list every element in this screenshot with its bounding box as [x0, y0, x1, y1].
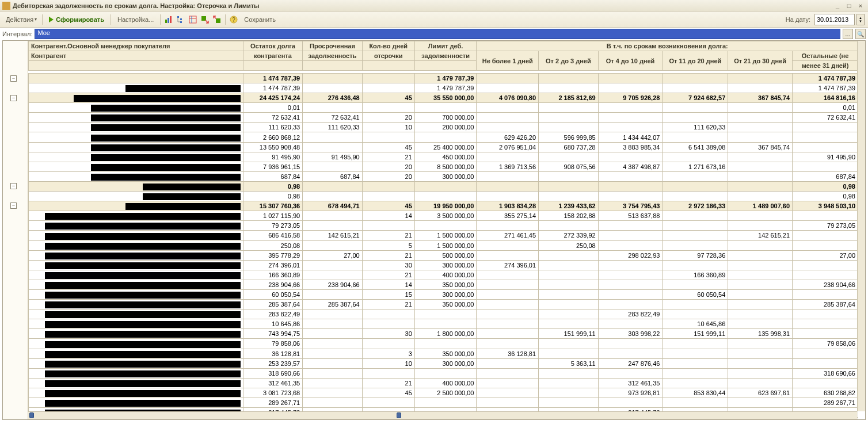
table-row[interactable]: 687,84687,8420300 000,00687,84 [29, 171, 858, 181]
table-row[interactable]: 60 050,5415300 000,0060 050,54 [29, 289, 858, 299]
table-group-row[interactable]: 1 474 787,391 479 787,391 474 787,39 [29, 74, 858, 83]
table-row[interactable]: 36 128,813350 000,0036 128,81 [29, 349, 858, 358]
maximize-button[interactable]: □ [844, 2, 854, 10]
table-group-row[interactable]: 0,980,98 [29, 181, 858, 191]
col-limit-2: задолженности [414, 51, 477, 61]
table-row[interactable]: 3 081 723,68452 500 000,00973 926,81853 … [29, 388, 858, 398]
table-row[interactable]: 166 360,8921400 000,00166 360,89 [29, 270, 858, 280]
col-blank [29, 61, 243, 71]
table-row[interactable]: 395 778,2927,0021500 000,00298 022,9397 … [29, 250, 858, 260]
table-row[interactable]: 1 027 115,90143 500 000,00355 275,14158 … [29, 211, 858, 221]
collapse-icon[interactable]: − [10, 202, 17, 209]
col-blank [362, 61, 414, 71]
svg-rect-10 [216, 18, 220, 23]
interval-label: Интервал: [2, 30, 32, 37]
table-group-row[interactable]: 15 307 760,36678 494,714519 950 000,001 … [29, 201, 858, 211]
table-row[interactable]: 79 273,0579 273,05 [29, 221, 858, 231]
svg-text:?: ? [233, 17, 236, 23]
table-row[interactable]: 72 632,4172 632,4120700 000,0072 632,41 [29, 113, 858, 123]
titlebar: Дебиторская задолженность по срокам долг… [0, 0, 868, 12]
table-row[interactable]: 274 396,0130300 000,00274 396,01 [29, 260, 858, 270]
col-age-4: От 11 до 20 дней [663, 51, 728, 71]
window-title: Дебиторская задолженность по срокам долг… [13, 2, 832, 9]
actions-menu[interactable]: Действия [3, 15, 39, 24]
window-icon [2, 2, 10, 10]
col-age-1: Не более 1 дней [477, 51, 539, 71]
scrollbar-horizontal[interactable] [28, 411, 857, 419]
table-row[interactable]: 79 858,0679 858,06 [29, 339, 858, 349]
table-row[interactable]: 2 660 868,12629 426,20596 999,851 434 44… [29, 132, 858, 142]
date-spinner[interactable]: ▲▼ [856, 14, 865, 25]
interval-input[interactable]: Мое [35, 29, 840, 39]
tree-icon[interactable] [176, 14, 186, 25]
report-area: −−−− Контрагент.Основной менеджер покупа… [2, 40, 866, 420]
table-row[interactable]: 253 239,5710300 000,005 363,11247 876,46 [29, 358, 858, 368]
interval-select-button[interactable]: … [843, 29, 853, 39]
col-balance-1: Остаток долга [243, 41, 303, 51]
col-balance-2: контрагента [243, 51, 303, 61]
interval-search-button[interactable]: 🔍 [855, 29, 866, 39]
col-age-3: От 4 до 10 дней [598, 51, 663, 71]
col-limit-1: Лимит деб. [414, 41, 477, 51]
table-row[interactable]: 743 994,75301 800 000,00151 999,11303 99… [29, 329, 858, 339]
table-row[interactable]: 111 620,33111 620,3310200 000,00111 620,… [29, 123, 858, 132]
save-button[interactable]: Сохранить [241, 15, 279, 24]
col-age-5: От 21 до 30 дней [728, 51, 793, 71]
window-buttons: _ □ × [832, 2, 866, 10]
table-group-row[interactable]: 24 425 174,24276 436,484535 550 000,004 … [29, 93, 858, 103]
col-age-6a: Остальные (не [793, 51, 858, 61]
svg-rect-9 [201, 16, 206, 21]
table-row[interactable]: 7 936 961,15208 500 000,001 369 713,5690… [29, 162, 858, 171]
table-row[interactable]: 238 904,66238 904,6614350 000,00238 904,… [29, 280, 858, 289]
col-days-1: Кол-во дней [362, 41, 414, 51]
chart-icon[interactable] [163, 14, 174, 25]
table-row[interactable]: 312 461,3521400 000,00312 461,35 [29, 378, 858, 388]
svg-rect-4 [180, 18, 182, 20]
scrollbar-vertical[interactable] [857, 41, 865, 411]
table-row[interactable]: 686 416,58142 615,21211 500 000,00271 46… [29, 231, 858, 240]
report-table: Контрагент.Основной менеджер покупателя … [28, 41, 858, 419]
import-icon[interactable] [212, 14, 222, 25]
col-days-2: отсрочки [362, 51, 414, 61]
table-row[interactable]: 318 690,66318 690,66 [29, 368, 858, 378]
table-row[interactable]: 13 550 908,484525 400 000,002 076 951,04… [29, 142, 858, 152]
svg-rect-2 [170, 16, 172, 23]
table-row[interactable]: 10 645,8610 645,86 [29, 319, 858, 329]
tree-gutter: −−−− [3, 41, 28, 419]
table-row[interactable]: 250,0851 500 000,00250,08 [29, 240, 858, 250]
help-icon[interactable]: ? [229, 14, 239, 25]
close-button[interactable]: × [855, 2, 866, 10]
table-row[interactable]: 0,010,01 [29, 103, 858, 113]
collapse-icon[interactable]: − [10, 75, 17, 82]
col-blank [414, 61, 477, 71]
table-row[interactable]: 0,980,98 [29, 192, 858, 201]
col-manager: Контрагент.Основной менеджер покупателя [29, 41, 243, 51]
collapse-icon[interactable]: − [10, 95, 17, 101]
col-blank [303, 61, 363, 71]
svg-rect-1 [167, 18, 169, 23]
col-contragent: Контрагент [29, 51, 243, 61]
run-button[interactable]: Сформировать [45, 15, 108, 24]
date-input[interactable] [814, 14, 855, 25]
settings-button[interactable]: Настройка... [114, 15, 157, 24]
toolbar: Действия Сформировать Настройка... ? Сох… [0, 12, 868, 28]
table-row[interactable]: 283 822,49283 822,49 [29, 309, 858, 319]
svg-rect-0 [165, 20, 167, 23]
col-blank [243, 61, 303, 71]
minimize-button[interactable]: _ [832, 2, 843, 10]
date-label: На дату: [786, 16, 810, 23]
grid: Контрагент.Основной менеджер покупателя … [28, 41, 865, 419]
svg-rect-6 [189, 16, 196, 23]
table-row[interactable]: 289 267,71289 267,71 [29, 398, 858, 408]
svg-rect-3 [177, 16, 179, 18]
table-icon[interactable] [188, 14, 198, 25]
interval-bar: Интервал: Мое … 🔍 [0, 28, 868, 40]
table-row[interactable]: 1 474 787,391 479 787,391 474 787,39 [29, 83, 858, 93]
export-icon[interactable] [200, 14, 210, 25]
svg-rect-5 [180, 21, 182, 23]
collapse-icon[interactable]: − [10, 183, 17, 189]
col-age-group: В т.ч. по срокам возникновения долга: [477, 41, 858, 51]
table-row[interactable]: 91 495,9091 495,9021450 000,0091 495,90 [29, 152, 858, 162]
table-row[interactable]: 285 387,64285 387,6421350 000,00285 387,… [29, 300, 858, 309]
col-overdue-2: задолженность [303, 51, 363, 61]
